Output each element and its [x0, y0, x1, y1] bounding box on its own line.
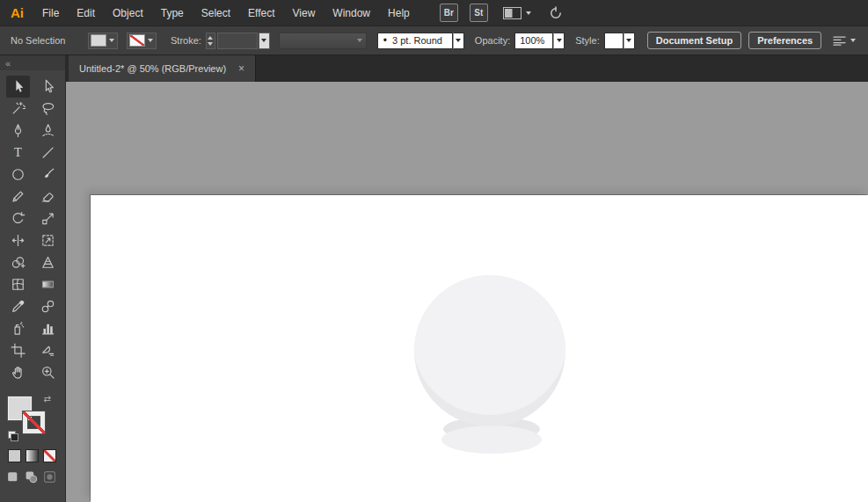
menu-type[interactable]: Type	[152, 7, 193, 19]
stroke-weight-dropdown[interactable]	[259, 33, 270, 49]
direct-selection-icon	[40, 79, 55, 94]
menu-edit[interactable]: Edit	[68, 7, 104, 19]
close-icon[interactable]: ×	[238, 63, 244, 74]
lasso-icon	[40, 101, 55, 116]
stroke-color-picker[interactable]	[127, 33, 157, 49]
illustrator-window: Ai File Edit Object Type Select Effect V…	[0, 0, 868, 502]
chevron-down-icon	[557, 39, 562, 42]
crystal-ball-base[interactable]	[441, 426, 542, 454]
stroke-label[interactable]: Stroke:	[171, 35, 201, 46]
tools-grid: T	[0, 76, 65, 383]
control-panel: No Selection Stroke: • 3 pt. Round Op	[0, 26, 868, 55]
gradient-button[interactable]	[26, 449, 39, 462]
stroke-color-indicator[interactable]	[23, 411, 45, 433]
menu-file[interactable]: File	[33, 7, 68, 19]
fill-stroke-indicator: ⇄	[8, 395, 54, 439]
mesh-icon	[11, 277, 26, 292]
line-segment-tool[interactable]	[36, 142, 60, 164]
width-icon	[11, 233, 26, 248]
magic-wand-tool[interactable]	[6, 98, 30, 120]
brush-preview-dot: •	[383, 35, 387, 46]
free-transform-tool[interactable]	[36, 229, 60, 251]
sync-status-control[interactable]	[549, 6, 563, 20]
zoom-icon	[40, 365, 55, 380]
svg-text:T: T	[14, 145, 22, 159]
mesh-tool[interactable]	[6, 273, 30, 295]
double-chevron-left-icon: «	[5, 58, 11, 69]
color-button[interactable]	[8, 449, 21, 462]
curvature-tool[interactable]	[36, 120, 60, 142]
menu-object[interactable]: Object	[104, 7, 152, 19]
opacity-dropdown[interactable]	[553, 33, 565, 49]
rotate-icon	[11, 211, 26, 226]
rotate-tool[interactable]	[6, 207, 30, 229]
none-button[interactable]	[43, 449, 56, 462]
pen-tool[interactable]	[6, 120, 30, 142]
width-tool[interactable]	[6, 229, 30, 251]
menu-view[interactable]: View	[284, 7, 325, 19]
shape-builder-icon	[11, 255, 26, 270]
bridge-button[interactable]: Br	[440, 4, 458, 22]
document-tab[interactable]: Untitled-2* @ 50% (RGB/Preview) ×	[69, 55, 256, 82]
menubar-right-controls: Br St	[440, 4, 563, 22]
eyedropper-tool[interactable]	[6, 295, 30, 317]
opacity-field[interactable]: 100%	[514, 33, 553, 49]
brush-definition-combo[interactable]: • 3 pt. Round	[377, 33, 453, 49]
drawing-mode-buttons	[6, 470, 65, 484]
swap-fill-stroke-icon[interactable]: ⇄	[44, 395, 51, 404]
stock-button[interactable]: St	[470, 4, 488, 22]
pencil-tool[interactable]	[6, 186, 30, 207]
draw-normal-button[interactable]	[6, 470, 19, 484]
ellipse-tool[interactable]	[6, 164, 30, 186]
slice-tool[interactable]	[36, 339, 60, 361]
symbol-sprayer-tool[interactable]	[6, 317, 30, 339]
canvas[interactable]	[66, 82, 868, 502]
menu-window[interactable]: Window	[324, 7, 379, 19]
menu-effect[interactable]: Effect	[239, 7, 283, 19]
style-dropdown[interactable]	[624, 33, 635, 49]
arrange-documents-control[interactable]	[503, 7, 531, 19]
stroke-weight-field[interactable]	[217, 33, 258, 49]
artboard-tool[interactable]	[6, 339, 30, 361]
type-tool[interactable]: T	[6, 142, 30, 164]
selection-tool[interactable]	[6, 76, 30, 98]
preferences-button[interactable]: Preferences	[748, 32, 821, 49]
draw-behind-button[interactable]	[25, 470, 38, 484]
perspective-grid-tool[interactable]	[36, 251, 60, 273]
blend-tool[interactable]	[36, 295, 60, 317]
fill-color-picker[interactable]	[88, 33, 118, 49]
document-tab-title: Untitled-2* @ 50% (RGB/Preview)	[79, 63, 226, 74]
paintbrush-tool[interactable]	[36, 164, 60, 186]
step-up-icon	[208, 36, 213, 40]
draw-inside-button[interactable]	[43, 470, 56, 484]
style-swatch[interactable]	[604, 33, 624, 49]
hand-tool[interactable]	[6, 361, 30, 383]
gradient-tool[interactable]	[36, 273, 60, 295]
width-profile-dropdown[interactable]	[279, 33, 367, 49]
style-label[interactable]: Style:	[575, 35, 600, 46]
chevron-down-icon	[850, 39, 856, 42]
column-graph-tool[interactable]	[36, 317, 60, 339]
opacity-label[interactable]: Opacity:	[475, 35, 510, 46]
stroke-weight-stepper[interactable]	[206, 33, 215, 49]
artboard[interactable]	[91, 195, 868, 502]
brush-dropdown[interactable]	[453, 33, 464, 49]
document-setup-button[interactable]: Document Setup	[647, 32, 741, 49]
workspace-switcher[interactable]	[832, 35, 856, 47]
menu-select[interactable]: Select	[193, 7, 239, 19]
shape-builder-tool[interactable]	[6, 251, 30, 273]
line-segment-icon	[40, 145, 55, 160]
zoom-tool[interactable]	[36, 361, 60, 383]
default-fill-stroke-icon[interactable]	[8, 431, 16, 439]
draw-normal-icon	[6, 470, 19, 484]
scale-tool[interactable]	[36, 207, 60, 229]
lasso-tool[interactable]	[36, 98, 60, 120]
fill-swatch	[91, 35, 106, 46]
eraser-tool[interactable]	[36, 186, 60, 207]
crystal-ball-sphere[interactable]	[414, 275, 565, 426]
direct-selection-tool[interactable]	[36, 76, 60, 98]
scale-icon	[40, 211, 55, 226]
menu-help[interactable]: Help	[379, 7, 419, 19]
artboard-icon	[11, 343, 26, 358]
collapse-panel-button[interactable]: «	[0, 55, 65, 70]
